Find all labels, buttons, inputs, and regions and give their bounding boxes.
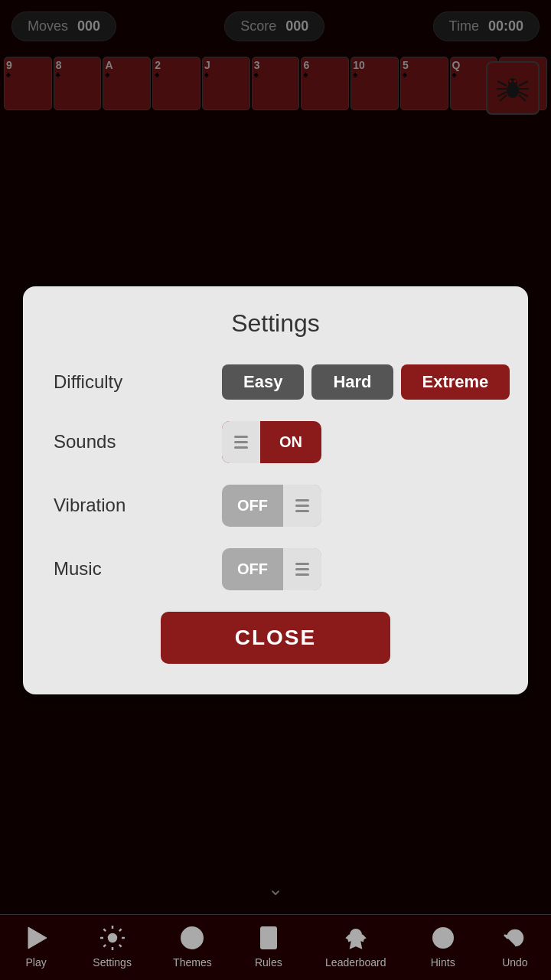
- vibration-toggle-text: OFF: [222, 497, 283, 514]
- music-toggle[interactable]: OFF: [222, 548, 321, 590]
- sounds-toggle-thumb: [222, 421, 260, 463]
- svg-point-13: [109, 934, 116, 942]
- nav-item-themes[interactable]: Themes: [173, 923, 212, 969]
- leaderboard-icon: [341, 923, 371, 953]
- nav-item-rules[interactable]: Rules: [253, 923, 284, 969]
- svg-point-16: [194, 933, 199, 937]
- nav-item-play[interactable]: Play: [21, 923, 51, 969]
- settings-icon: [97, 923, 128, 953]
- settings-dialog: Settings Difficulty Easy Hard Extreme So…: [23, 286, 528, 694]
- nav-item-hints[interactable]: Hints: [428, 923, 458, 969]
- music-label: Music: [54, 558, 222, 580]
- difficulty-extreme-button[interactable]: Extreme: [401, 364, 510, 400]
- nav-label-hints: Hints: [431, 956, 455, 969]
- sounds-label: Sounds: [54, 431, 222, 452]
- nav-label-leaderboard: Leaderboard: [325, 956, 386, 969]
- bottom-nav: Play Settings Themes: [0, 914, 551, 980]
- difficulty-label: Difficulty: [54, 371, 222, 393]
- overlay: Settings Difficulty Easy Hard Extreme So…: [0, 0, 551, 980]
- themes-icon: [177, 923, 207, 953]
- close-button[interactable]: CLOSE: [161, 612, 390, 664]
- nav-label-play: Play: [25, 956, 46, 969]
- nav-item-leaderboard[interactable]: Leaderboard: [325, 923, 386, 969]
- music-toggle-text: OFF: [222, 560, 283, 578]
- nav-label-undo: Undo: [502, 956, 527, 969]
- sounds-toggle[interactable]: ON: [222, 421, 321, 463]
- sounds-toggle-text: ON: [260, 433, 321, 451]
- difficulty-row: Difficulty Easy Hard Extreme: [54, 364, 497, 400]
- hints-icon: [428, 923, 458, 953]
- svg-point-24: [442, 942, 444, 945]
- vibration-toggle[interactable]: OFF: [222, 485, 321, 527]
- rules-icon: [253, 923, 284, 953]
- difficulty-hard-button[interactable]: Hard: [311, 364, 393, 400]
- nav-label-themes: Themes: [173, 956, 212, 969]
- vibration-label: Vibration: [54, 495, 222, 516]
- play-icon: [21, 923, 51, 953]
- nav-item-undo[interactable]: Undo: [500, 923, 530, 969]
- undo-icon: [500, 923, 530, 953]
- nav-item-settings[interactable]: Settings: [93, 923, 132, 969]
- nav-label-settings: Settings: [93, 956, 132, 969]
- difficulty-buttons: Easy Hard Extreme: [222, 364, 510, 400]
- music-row: Music OFF: [54, 548, 497, 590]
- settings-title: Settings: [54, 309, 497, 338]
- sounds-row: Sounds ON: [54, 421, 497, 463]
- music-toggle-thumb: [283, 548, 321, 590]
- svg-point-15: [185, 931, 190, 936]
- difficulty-easy-button[interactable]: Easy: [222, 364, 304, 400]
- svg-marker-12: [28, 927, 47, 949]
- vibration-row: Vibration OFF: [54, 485, 497, 527]
- vibration-toggle-thumb: [283, 485, 321, 527]
- chevron-icon: ⌄: [268, 878, 283, 900]
- nav-label-rules: Rules: [255, 956, 282, 969]
- svg-point-17: [187, 940, 191, 945]
